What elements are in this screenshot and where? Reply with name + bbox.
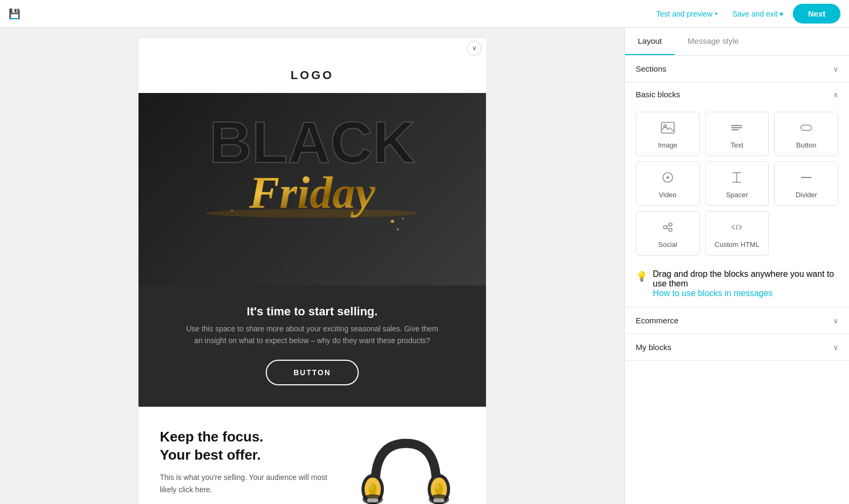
svg-line-36 xyxy=(736,224,737,230)
svg-rect-24 xyxy=(801,125,812,130)
svg-point-14 xyxy=(435,484,439,490)
myblocks-chevron: ∨ xyxy=(833,343,838,352)
ecommerce-chevron: ∨ xyxy=(833,316,838,325)
custom-html-label: Custom HTML xyxy=(715,241,760,249)
button-label: Button xyxy=(796,141,816,149)
headphones-image xyxy=(352,428,459,504)
block-item-image[interactable]: Image xyxy=(636,112,700,156)
save-exit-button[interactable]: Save and exit ▾ xyxy=(727,6,789,21)
svg-point-32 xyxy=(669,223,672,226)
dnd-text: Drag and drop the blocks anywhere you wa… xyxy=(653,269,834,288)
collapse-button[interactable]: ∨ xyxy=(467,41,482,56)
block-item-spacer[interactable]: Spacer xyxy=(705,161,769,206)
svg-line-34 xyxy=(667,225,669,227)
save-exit-arrow: ▾ xyxy=(779,10,783,18)
bf-button[interactable]: BUTTON xyxy=(266,360,359,385)
image-icon xyxy=(661,122,675,137)
text-icon xyxy=(730,122,744,137)
image-label: Image xyxy=(658,141,677,149)
tab-layout[interactable]: Layout xyxy=(625,28,675,55)
dnd-link[interactable]: How to use blocks in messages xyxy=(653,289,773,298)
email-logo-section: LOGO xyxy=(138,58,486,93)
basic-blocks-label: Basic blocks xyxy=(636,90,680,99)
collapse-row: ∨ xyxy=(138,38,486,58)
main-layout: ∨ LOGO BLACK Friday xyxy=(0,28,849,504)
divider-icon xyxy=(799,172,813,187)
block-item-button[interactable]: Button xyxy=(774,112,838,156)
spacer-icon xyxy=(730,172,744,187)
bf-desc: Use this space to share more about your … xyxy=(138,323,486,347)
svg-point-6 xyxy=(205,209,419,218)
sections-label: Sections xyxy=(636,64,667,73)
block-item-video[interactable]: Video xyxy=(636,161,700,206)
sections-row[interactable]: Sections ∨ xyxy=(625,56,849,82)
blocks-grid: Image Text Button Video Spacer Divider S… xyxy=(625,106,849,264)
second-section: Keep the focus. Your best offer. This is… xyxy=(138,407,486,504)
text-label: Text xyxy=(731,141,744,149)
second-heading-line1: Keep the focus. xyxy=(160,428,331,446)
save-icon[interactable]: 💾 xyxy=(9,8,20,20)
social-label: Social xyxy=(658,241,677,249)
topbar-left: 💾 xyxy=(9,8,25,20)
email-preview: ∨ LOGO BLACK Friday xyxy=(138,38,486,504)
sections-chevron: ∨ xyxy=(833,65,838,73)
custom-html-icon xyxy=(730,221,744,236)
video-icon xyxy=(661,172,675,187)
panel-tabs: Layout Message style xyxy=(625,28,849,56)
spacer-label: Spacer xyxy=(726,191,748,199)
second-right xyxy=(347,428,465,504)
bf-artwork: BLACK Friday xyxy=(168,104,457,275)
test-preview-button[interactable]: Test and preview ▾ xyxy=(651,6,723,21)
social-icon xyxy=(661,221,675,236)
svg-point-4 xyxy=(403,218,404,220)
button-icon xyxy=(799,122,813,137)
second-desc: This is what you're selling. Your audien… xyxy=(160,471,331,495)
divider-label: Divider xyxy=(796,191,817,199)
bf-subtitle: It's time to start selling. xyxy=(231,305,394,319)
svg-point-10 xyxy=(369,484,373,490)
save-exit-label: Save and exit xyxy=(732,10,778,18)
dnd-hint: 💡 Drag and drop the blocks anywhere you … xyxy=(625,264,849,307)
tab-message-style[interactable]: Message style xyxy=(675,28,752,55)
svg-text:BLACK: BLACK xyxy=(210,109,415,175)
svg-point-3 xyxy=(397,228,399,230)
second-heading-line2: Your best offer. xyxy=(160,446,331,464)
next-button[interactable]: Next xyxy=(793,4,840,24)
second-left: Keep the focus. Your best offer. This is… xyxy=(160,428,331,504)
svg-rect-18 xyxy=(433,498,444,502)
svg-point-31 xyxy=(663,226,667,229)
topbar: 💾 Test and preview ▾ Save and exit ▾ Nex… xyxy=(0,0,849,28)
block-item-divider[interactable]: Divider xyxy=(774,161,838,206)
video-label: Video xyxy=(659,191,676,199)
topbar-actions: Test and preview ▾ Save and exit ▾ Next xyxy=(651,4,840,24)
test-preview-label: Test and preview xyxy=(657,10,713,18)
second-heading: Keep the focus. Your best offer. xyxy=(160,428,331,464)
test-preview-arrow: ▾ xyxy=(715,11,717,17)
logo-text: LOGO xyxy=(149,68,475,82)
right-panel: Layout Message style Sections ∨ Basic bl… xyxy=(624,28,849,504)
svg-point-2 xyxy=(391,220,394,223)
canvas-area: ∨ LOGO BLACK Friday xyxy=(0,28,624,504)
block-item-social[interactable]: Social xyxy=(636,211,700,255)
black-friday-section: BLACK Friday xyxy=(138,93,486,407)
ecommerce-label: Ecommerce xyxy=(636,316,678,325)
basic-blocks-header[interactable]: Basic blocks ∧ xyxy=(625,82,849,106)
myblocks-row[interactable]: My blocks ∨ xyxy=(625,334,849,361)
bf-image-area: BLACK Friday xyxy=(138,93,486,285)
svg-point-33 xyxy=(669,228,672,231)
svg-line-35 xyxy=(667,228,669,229)
svg-rect-17 xyxy=(367,498,379,502)
block-item-custom-html[interactable]: Custom HTML xyxy=(705,211,769,255)
myblocks-label: My blocks xyxy=(636,343,672,352)
bulb-icon: 💡 xyxy=(636,270,647,282)
ecommerce-row[interactable]: Ecommerce ∨ xyxy=(625,307,849,334)
svg-marker-26 xyxy=(667,176,670,179)
basic-blocks-chevron: ∧ xyxy=(833,90,838,99)
block-item-text[interactable]: Text xyxy=(705,112,769,156)
